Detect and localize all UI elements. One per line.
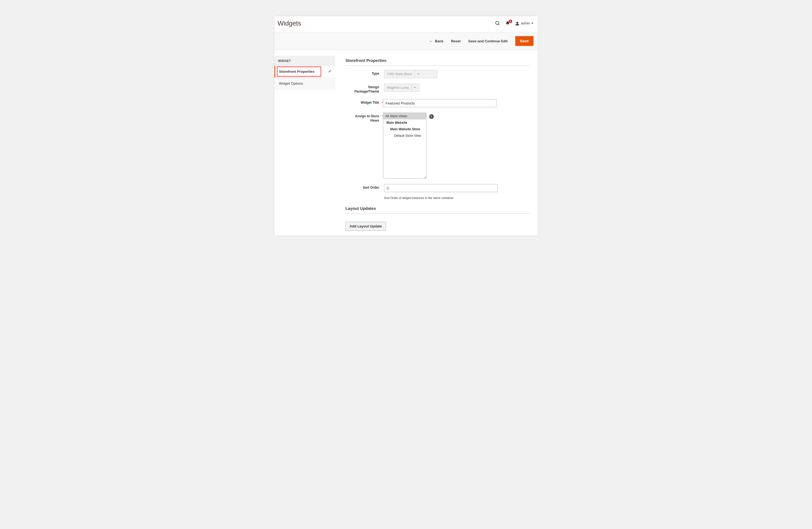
store-views-multiselect[interactable]: All Store Views Main Website Main Websit… bbox=[383, 113, 426, 179]
sidebar-heading: WIDGET bbox=[274, 56, 335, 66]
sort-order-note: Sort Order of widget instances in the sa… bbox=[384, 196, 454, 200]
sidebar-item-label: Widget Options bbox=[279, 82, 303, 86]
type-select: CMS Static Block bbox=[384, 70, 437, 78]
save-continue-button[interactable]: Save and Continue Edit bbox=[468, 39, 508, 43]
user-name: admin bbox=[521, 21, 530, 25]
arrow-left-icon: ← bbox=[429, 39, 433, 43]
theme-select: Magento Luma bbox=[384, 84, 419, 92]
svg-line-1 bbox=[498, 24, 499, 25]
store-option-main-website[interactable]: Main Website bbox=[383, 119, 426, 126]
sidebar-item-widget-options[interactable]: Widget Options bbox=[274, 78, 335, 90]
store-option-all[interactable]: All Store Views bbox=[383, 113, 426, 119]
chevron-down-icon bbox=[531, 23, 534, 24]
chevron-down-icon bbox=[411, 84, 418, 91]
notification-count-badge: 1 bbox=[509, 19, 512, 23]
reset-button[interactable]: Reset bbox=[451, 39, 461, 43]
store-option-default-view[interactable]: Default Store View bbox=[383, 132, 426, 139]
help-icon[interactable]: ? bbox=[429, 114, 434, 119]
back-button[interactable]: ← Back bbox=[429, 39, 443, 43]
save-button[interactable]: Save bbox=[515, 36, 534, 46]
store-views-label: Assign to Store Views bbox=[346, 113, 381, 179]
user-menu[interactable]: admin bbox=[515, 21, 534, 26]
edit-icon bbox=[328, 70, 332, 74]
store-option-main-store[interactable]: Main Website Store bbox=[383, 126, 426, 132]
sidebar: WIDGET Storefront Properties Widget Opti… bbox=[274, 50, 335, 236]
widget-title-label: Widget Title bbox=[346, 99, 381, 107]
add-layout-update-button[interactable]: Add Layout Update bbox=[346, 222, 386, 231]
user-icon bbox=[515, 21, 520, 26]
type-label: Type bbox=[346, 70, 381, 78]
svg-point-2 bbox=[516, 22, 518, 24]
action-bar: ← Back Reset Save and Continue Edit Save bbox=[274, 32, 538, 50]
section-title-storefront: Storefront Properties bbox=[346, 58, 530, 66]
svg-point-0 bbox=[495, 21, 499, 25]
search-icon[interactable] bbox=[495, 20, 501, 26]
sidebar-item-storefront-properties[interactable]: Storefront Properties bbox=[274, 66, 335, 78]
notifications-button[interactable]: 1 bbox=[505, 21, 510, 26]
widget-title-input[interactable] bbox=[383, 99, 496, 107]
page-title: Widgets bbox=[278, 19, 495, 27]
theme-label: Design Package/Theme bbox=[346, 84, 381, 94]
chevron-down-icon bbox=[415, 70, 421, 78]
sort-order-label: Sort Order bbox=[346, 184, 381, 200]
sort-order-input[interactable] bbox=[384, 184, 498, 192]
section-title-layout: Layout Updates bbox=[346, 206, 530, 214]
sidebar-item-label: Storefront Properties bbox=[279, 70, 315, 74]
